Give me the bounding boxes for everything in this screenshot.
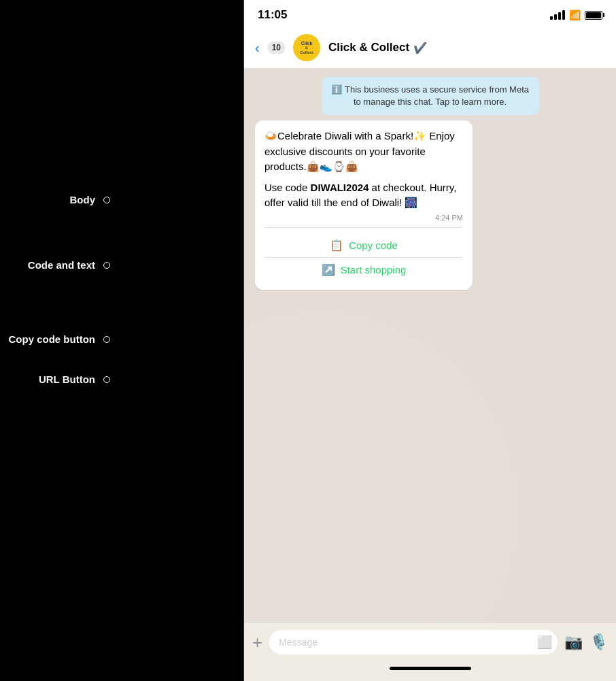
label-code-text-dot [103,262,110,269]
label-url-button: URL Button [0,373,245,385]
copy-code-button[interactable]: 📋 Copy code [264,233,463,258]
message-body-text: 🍛Celebrate Diwali with a Spark!✨ Enjoy e… [264,129,463,175]
info-icon: ℹ️ [331,84,342,95]
message-input[interactable]: Message ⬜ [269,630,558,654]
label-body: Body [0,194,245,205]
message-bubble: 🍛Celebrate Diwali with a Spark!✨ Enjoy e… [255,120,473,290]
chat-input-bar: + Message ⬜ 📷 🎙️ [244,622,616,661]
chat-name: Click & Collect ✔️ [328,41,427,54]
home-indicator [244,661,616,681]
add-attachment-button[interactable]: + [252,633,262,651]
label-code-text: Code and text [0,259,245,271]
label-copy-code-dot [103,336,110,343]
status-time: 11:05 [258,8,287,22]
copy-icon: 📋 [330,239,343,252]
start-shopping-button[interactable]: ↗️ Start shopping [264,258,463,282]
label-body-dot [103,197,110,203]
message-time: 4:24 PM [264,214,463,222]
signal-icon [550,10,565,20]
microphone-button[interactable]: 🎙️ [589,633,608,651]
label-copy-code: Copy code button [0,333,245,345]
label-url-button-dot [103,376,110,383]
message-code-text: Use code DIWALI2024 at checkout. Hurry, … [264,180,463,211]
camera-button[interactable]: 📷 [564,633,583,651]
wifi-icon: 📶 [569,10,581,20]
phone-frame: 11:05 📶 ‹ 10 Click & Collect Clic [243,0,616,681]
external-link-icon: ↗️ [322,263,335,276]
chat-body: ℹ️This business uses a secure service fr… [244,69,616,622]
notification-badge: 10 [268,41,285,54]
info-bubble[interactable]: ℹ️This business uses a secure service fr… [322,77,539,115]
home-bar [390,667,471,670]
chat-header: ‹ 10 Click & Collect Click & Collect ✔️ [244,27,616,69]
input-action-icons: 📷 🎙️ [564,633,608,651]
battery-icon [585,11,602,20]
avatar: Click & Collect [293,34,320,61]
message-divider [264,227,463,228]
back-button[interactable]: ‹ [255,40,260,56]
status-bar: 11:05 📶 [244,0,616,27]
status-icons: 📶 [550,10,602,20]
labels-panel: Body Code and text Copy code button URL … [0,0,245,681]
verified-badge: ✔️ [413,41,427,54]
